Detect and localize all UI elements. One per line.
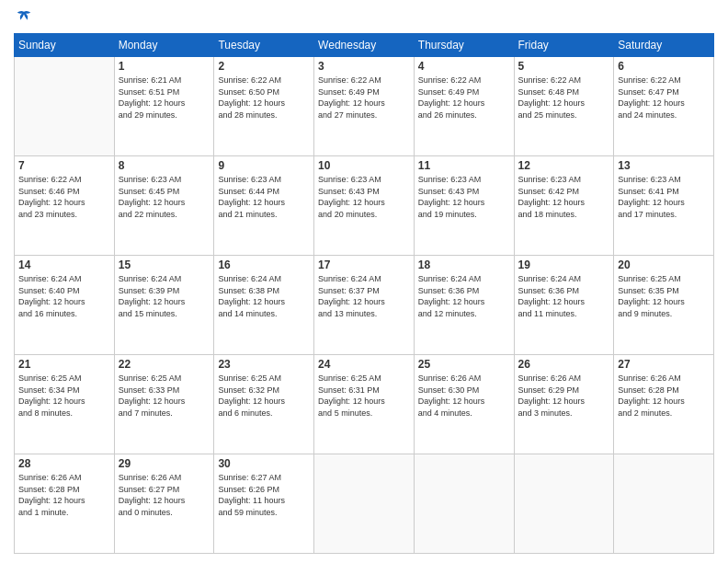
day-info: Sunrise: 6:23 AM Sunset: 6:41 PM Dayligh… [618,174,710,220]
weekday-header-saturday: Saturday [614,34,714,57]
weekday-header-wednesday: Wednesday [314,34,415,57]
logo-bird-icon [16,9,32,26]
day-number: 2 [218,60,310,73]
day-number: 8 [119,159,210,172]
logo [14,9,32,26]
day-info: Sunrise: 6:23 AM Sunset: 6:42 PM Dayligh… [518,174,610,220]
day-info: Sunrise: 6:25 AM Sunset: 6:34 PM Dayligh… [18,373,110,419]
day-number: 7 [18,159,110,172]
calendar-cell: 9Sunrise: 6:23 AM Sunset: 6:44 PM Daylig… [214,156,314,256]
header [14,9,714,26]
calendar-cell: 6Sunrise: 6:22 AM Sunset: 6:47 PM Daylig… [614,57,714,156]
day-number: 22 [119,358,210,371]
calendar-cell: 29Sunrise: 6:26 AM Sunset: 6:27 PM Dayli… [114,454,214,554]
day-info: Sunrise: 6:25 AM Sunset: 6:33 PM Dayligh… [119,373,210,419]
day-info: Sunrise: 6:24 AM Sunset: 6:40 PM Dayligh… [18,273,110,319]
calendar-cell: 26Sunrise: 6:26 AM Sunset: 6:29 PM Dayli… [514,355,614,454]
weekday-header-friday: Friday [514,34,614,57]
day-number: 13 [618,159,710,172]
day-info: Sunrise: 6:23 AM Sunset: 6:45 PM Dayligh… [119,174,210,220]
calendar-cell: 4Sunrise: 6:22 AM Sunset: 6:49 PM Daylig… [414,57,514,156]
calendar-cell: 14Sunrise: 6:24 AM Sunset: 6:40 PM Dayli… [15,256,115,355]
calendar-cell: 18Sunrise: 6:24 AM Sunset: 6:36 PM Dayli… [414,256,514,355]
weekday-header-tuesday: Tuesday [214,34,314,57]
day-info: Sunrise: 6:21 AM Sunset: 6:51 PM Dayligh… [119,75,210,121]
day-info: Sunrise: 6:24 AM Sunset: 6:36 PM Dayligh… [418,273,510,319]
calendar-week-row: 14Sunrise: 6:24 AM Sunset: 6:40 PM Dayli… [15,256,714,355]
calendar-cell: 15Sunrise: 6:24 AM Sunset: 6:39 PM Dayli… [114,256,214,355]
calendar-cell: 21Sunrise: 6:25 AM Sunset: 6:34 PM Dayli… [15,355,115,454]
calendar-cell: 1Sunrise: 6:21 AM Sunset: 6:51 PM Daylig… [114,57,214,156]
calendar-page: SundayMondayTuesdayWednesdayThursdayFrid… [0,0,728,563]
day-info: Sunrise: 6:24 AM Sunset: 6:36 PM Dayligh… [518,273,610,319]
day-number: 3 [318,60,410,73]
day-info: Sunrise: 6:22 AM Sunset: 6:49 PM Dayligh… [418,75,510,121]
calendar-cell: 10Sunrise: 6:23 AM Sunset: 6:43 PM Dayli… [314,156,415,256]
weekday-header-thursday: Thursday [414,34,514,57]
day-number: 30 [218,457,310,470]
day-number: 23 [218,358,310,371]
calendar-cell [314,454,415,554]
day-info: Sunrise: 6:24 AM Sunset: 6:39 PM Dayligh… [119,273,210,319]
calendar-cell [614,454,714,554]
day-info: Sunrise: 6:26 AM Sunset: 6:29 PM Dayligh… [518,373,610,419]
calendar-cell: 11Sunrise: 6:23 AM Sunset: 6:43 PM Dayli… [414,156,514,256]
calendar-cell: 22Sunrise: 6:25 AM Sunset: 6:33 PM Dayli… [114,355,214,454]
calendar-cell: 17Sunrise: 6:24 AM Sunset: 6:37 PM Dayli… [314,256,415,355]
day-info: Sunrise: 6:22 AM Sunset: 6:47 PM Dayligh… [618,75,710,121]
day-number: 24 [318,358,410,371]
day-info: Sunrise: 6:26 AM Sunset: 6:28 PM Dayligh… [18,472,110,518]
calendar-week-row: 1Sunrise: 6:21 AM Sunset: 6:51 PM Daylig… [15,57,714,156]
day-number: 21 [18,358,110,371]
weekday-header-row: SundayMondayTuesdayWednesdayThursdayFrid… [15,34,714,57]
day-info: Sunrise: 6:23 AM Sunset: 6:44 PM Dayligh… [218,174,310,220]
weekday-header-sunday: Sunday [15,34,115,57]
calendar-week-row: 21Sunrise: 6:25 AM Sunset: 6:34 PM Dayli… [15,355,714,454]
day-number: 19 [518,259,610,271]
day-number: 29 [119,457,210,470]
calendar-cell [514,454,614,554]
day-number: 12 [518,159,610,172]
weekday-header-monday: Monday [114,34,214,57]
day-number: 11 [418,159,510,172]
day-info: Sunrise: 6:25 AM Sunset: 6:31 PM Dayligh… [318,373,410,419]
calendar-cell: 16Sunrise: 6:24 AM Sunset: 6:38 PM Dayli… [214,256,314,355]
day-info: Sunrise: 6:24 AM Sunset: 6:38 PM Dayligh… [218,273,310,319]
day-info: Sunrise: 6:27 AM Sunset: 6:26 PM Dayligh… [218,472,310,518]
day-number: 4 [418,60,510,73]
calendar-week-row: 7Sunrise: 6:22 AM Sunset: 6:46 PM Daylig… [15,156,714,256]
day-number: 26 [518,358,610,371]
calendar-week-row: 28Sunrise: 6:26 AM Sunset: 6:28 PM Dayli… [15,454,714,554]
calendar-cell: 30Sunrise: 6:27 AM Sunset: 6:26 PM Dayli… [214,454,314,554]
day-number: 20 [618,259,710,271]
calendar-cell: 27Sunrise: 6:26 AM Sunset: 6:28 PM Dayli… [614,355,714,454]
calendar-cell: 13Sunrise: 6:23 AM Sunset: 6:41 PM Dayli… [614,156,714,256]
calendar-cell: 5Sunrise: 6:22 AM Sunset: 6:48 PM Daylig… [514,57,614,156]
day-info: Sunrise: 6:22 AM Sunset: 6:48 PM Dayligh… [518,75,610,121]
day-number: 6 [618,60,710,73]
day-info: Sunrise: 6:25 AM Sunset: 6:35 PM Dayligh… [618,273,710,319]
day-number: 15 [119,259,210,271]
day-info: Sunrise: 6:24 AM Sunset: 6:37 PM Dayligh… [318,273,410,319]
day-info: Sunrise: 6:26 AM Sunset: 6:30 PM Dayligh… [418,373,510,419]
calendar-cell: 19Sunrise: 6:24 AM Sunset: 6:36 PM Dayli… [514,256,614,355]
day-number: 10 [318,159,410,172]
calendar-cell: 2Sunrise: 6:22 AM Sunset: 6:50 PM Daylig… [214,57,314,156]
day-number: 5 [518,60,610,73]
calendar-cell: 12Sunrise: 6:23 AM Sunset: 6:42 PM Dayli… [514,156,614,256]
day-number: 9 [218,159,310,172]
calendar-cell: 8Sunrise: 6:23 AM Sunset: 6:45 PM Daylig… [114,156,214,256]
day-number: 16 [218,259,310,271]
day-number: 14 [18,259,110,271]
day-info: Sunrise: 6:26 AM Sunset: 6:27 PM Dayligh… [119,472,210,518]
calendar-cell [15,57,115,156]
day-number: 27 [618,358,710,371]
day-number: 18 [418,259,510,271]
day-number: 28 [18,457,110,470]
day-number: 25 [418,358,510,371]
calendar-cell [414,454,514,554]
day-number: 17 [318,259,410,271]
calendar-table: SundayMondayTuesdayWednesdayThursdayFrid… [14,33,714,554]
day-info: Sunrise: 6:23 AM Sunset: 6:43 PM Dayligh… [318,174,410,220]
calendar-cell: 7Sunrise: 6:22 AM Sunset: 6:46 PM Daylig… [15,156,115,256]
